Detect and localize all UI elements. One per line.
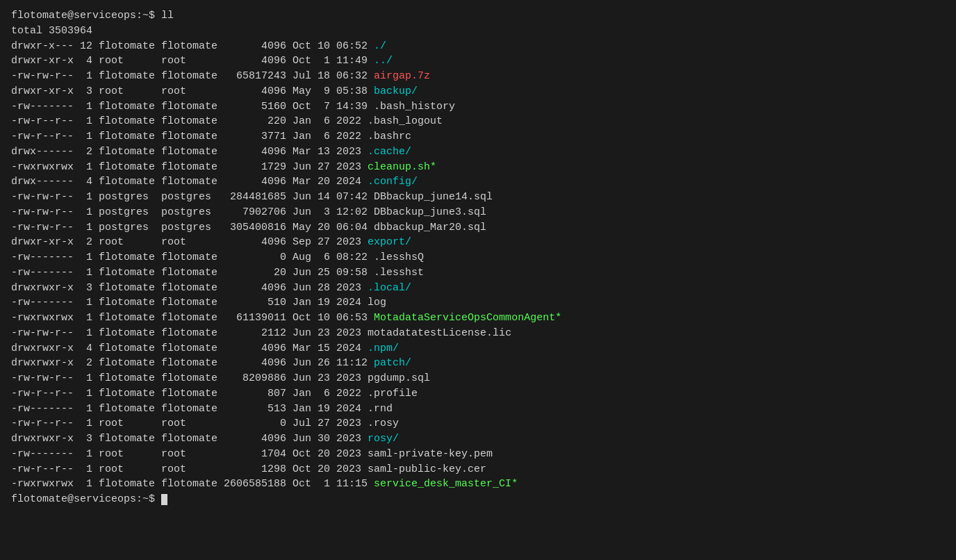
file-perm: drwxr-xr-x 2 root root 4096 Sep 27 2023	[11, 236, 368, 248]
file-perm: -rw-r--r-- 1 root root 0 Jul 27 2023	[11, 418, 368, 429]
file-entry: drwxr-xr-x 2 root root 4096 Sep 27 2023 …	[11, 235, 945, 250]
file-name: saml-public-key.cer	[368, 463, 486, 475]
file-listing: drwxr-x--- 12 flotomate flotomate 4096 O…	[11, 39, 945, 493]
file-name: .lesshst	[374, 267, 424, 279]
file-perm: -rw-r--r-- 1 flotomate flotomate 220 Jan…	[11, 115, 368, 127]
file-entry: -rw------- 1 flotomate flotomate 510 Jan…	[11, 295, 945, 311]
file-perm: -rw-r--r-- 1 root root 1298 Oct 20 2023	[11, 463, 368, 475]
file-entry: -rw------- 1 flotomate flotomate 0 Aug 6…	[11, 250, 945, 265]
file-name: ../	[374, 55, 393, 67]
file-name: log	[368, 297, 386, 308]
file-name: saml-private-key.pem	[368, 448, 493, 460]
file-entry: drwxrwxr-x 4 flotomate flotomate 4096 Ma…	[11, 341, 945, 356]
file-entry: -rw-r--r-- 1 flotomate flotomate 220 Jan…	[11, 114, 945, 129]
file-name: pgdump.sql	[368, 372, 430, 384]
file-perm: drwxr-xr-x 4 root root 4096 Oct 1 11:49	[11, 55, 374, 67]
file-entry: -rw------- 1 root root 1704 Oct 20 2023 …	[11, 447, 945, 462]
file-entry: -rwxrwxrwx 1 flotomate flotomate 2606585…	[11, 477, 945, 492]
file-name: .rnd	[368, 403, 393, 415]
file-entry: -rw-r--r-- 1 flotomate flotomate 807 Jan…	[11, 386, 945, 402]
total-line: total 3503964	[11, 24, 945, 39]
file-perm: -rw------- 1 root root 1704 Oct 20 2023	[11, 448, 368, 460]
file-perm: -rw-rw-r-- 1 postgres postgres 305400816…	[11, 222, 374, 233]
file-perm: drwxrwxr-x 3 flotomate flotomate 4096 Ju…	[11, 282, 368, 294]
file-name: export/	[368, 236, 411, 248]
file-name: .bashrc	[368, 131, 411, 142]
file-perm: -rw-r--r-- 1 flotomate flotomate 807 Jan…	[11, 388, 368, 400]
file-perm: drwxrwxr-x 4 flotomate flotomate 4096 Ma…	[11, 343, 368, 354]
file-perm: -rwxrwxrwx 1 flotomate flotomate 6113901…	[11, 312, 374, 324]
file-entry: -rw-rw-r-- 1 postgres postgres 284481685…	[11, 190, 945, 205]
file-perm: -rw------- 1 flotomate flotomate 513 Jan…	[11, 403, 368, 415]
file-name: backup/	[374, 85, 418, 97]
prompt-line-2: flotomate@serviceops:~$	[11, 492, 945, 507]
file-perm: -rw-rw-r-- 1 flotomate flotomate 2112 Ju…	[11, 327, 368, 339]
file-name: cleanup.sh*	[368, 161, 436, 173]
file-perm: drwxr-x--- 12 flotomate flotomate 4096 O…	[11, 40, 374, 52]
file-name: .rosy	[368, 418, 399, 429]
file-perm: drwxrwxr-x 3 flotomate flotomate 4096 Ju…	[11, 433, 368, 445]
file-name: .local/	[368, 282, 411, 294]
file-entry: drwxrwxr-x 3 flotomate flotomate 4096 Ju…	[11, 431, 945, 447]
file-entry: -rw-r--r-- 1 root root 1298 Oct 20 2023 …	[11, 462, 945, 477]
file-name: .lesshsQ	[374, 252, 424, 263]
file-entry: drwxr-xr-x 3 root root 4096 May 9 05:38 …	[11, 84, 945, 99]
prompt-line: flotomate@serviceops:~$ ll	[11, 8, 945, 24]
file-perm: drwx------ 2 flotomate flotomate 4096 Ma…	[11, 146, 368, 158]
cursor	[161, 494, 167, 505]
file-name: .bash_history	[374, 101, 455, 113]
file-name: airgap.7z	[374, 70, 430, 82]
file-entry: -rw-r--r-- 1 root root 0 Jul 27 2023 .ro…	[11, 416, 945, 431]
file-name: DBbackup_june14.sql	[374, 191, 493, 203]
file-name: .bash_logout	[368, 115, 443, 127]
file-entry: drwx------ 2 flotomate flotomate 4096 Ma…	[11, 145, 945, 160]
file-name: ./	[374, 40, 386, 52]
file-perm: -rw-r--r-- 1 flotomate flotomate 3771 Ja…	[11, 131, 368, 142]
file-perm: -rw------- 1 flotomate flotomate 20 Jun …	[11, 267, 374, 279]
file-perm: -rw-rw-r-- 1 postgres postgres 284481685…	[11, 191, 374, 203]
file-perm: -rw-rw-r-- 1 flotomate flotomate 6581724…	[11, 70, 374, 82]
file-perm: drwx------ 4 flotomate flotomate 4096 Ma…	[11, 176, 368, 188]
file-entry: drwxrwxr-x 3 flotomate flotomate 4096 Ju…	[11, 281, 945, 296]
file-entry: -rw------- 1 flotomate flotomate 20 Jun …	[11, 265, 945, 281]
file-entry: -rw------- 1 flotomate flotomate 513 Jan…	[11, 402, 945, 417]
file-entry: -rw------- 1 flotomate flotomate 5160 Oc…	[11, 99, 945, 115]
file-entry: -rw-rw-r-- 1 postgres postgres 305400816…	[11, 220, 945, 236]
file-entry: -rw-rw-r-- 1 flotomate flotomate 2112 Ju…	[11, 326, 945, 341]
file-name: service_desk_master_CI*	[374, 478, 518, 490]
file-entry: -rw-rw-r-- 1 flotomate flotomate 6581724…	[11, 69, 945, 84]
file-name: .cache/	[368, 146, 411, 158]
file-entry: -rw-rw-r-- 1 flotomate flotomate 8209886…	[11, 371, 945, 386]
file-perm: -rw------- 1 flotomate flotomate 5160 Oc…	[11, 101, 374, 113]
file-perm: -rw------- 1 flotomate flotomate 0 Aug 6…	[11, 252, 374, 263]
file-perm: -rw-rw-r-- 1 postgres postgres 7902706 J…	[11, 206, 374, 218]
file-entry: drwx------ 4 flotomate flotomate 4096 Ma…	[11, 174, 945, 190]
total-text: total 3503964	[11, 25, 92, 37]
file-name: MotadataServiceOpsCommonAgent*	[374, 312, 561, 324]
file-perm: -rw------- 1 flotomate flotomate 510 Jan…	[11, 297, 368, 308]
file-name: patch/	[374, 357, 411, 369]
file-entry: drwxr-xr-x 4 root root 4096 Oct 1 11:49 …	[11, 53, 945, 69]
file-entry: -rw-r--r-- 1 flotomate flotomate 3771 Ja…	[11, 129, 945, 145]
file-perm: -rwxrwxrwx 1 flotomate flotomate 2606585…	[11, 478, 374, 490]
file-perm: -rw-rw-r-- 1 flotomate flotomate 8209886…	[11, 372, 368, 384]
file-name: rosy/	[368, 433, 399, 445]
file-entry: -rwxrwxrwx 1 flotomate flotomate 1729 Ju…	[11, 160, 945, 175]
file-entry: drwxrwxr-x 2 flotomate flotomate 4096 Ju…	[11, 356, 945, 371]
file-entry: -rw-rw-r-- 1 postgres postgres 7902706 J…	[11, 205, 945, 220]
file-perm: -rwxrwxrwx 1 flotomate flotomate 1729 Ju…	[11, 161, 368, 173]
file-entry: -rwxrwxrwx 1 flotomate flotomate 6113901…	[11, 311, 945, 326]
prompt-2: flotomate@serviceops:~$	[11, 493, 167, 505]
file-perm: drwxrwxr-x 2 flotomate flotomate 4096 Ju…	[11, 357, 374, 369]
file-name: DBbackup_june3.sql	[374, 206, 486, 218]
file-name: .config/	[368, 176, 418, 188]
file-name: dbbackup_Mar20.sql	[374, 222, 486, 233]
file-name: .npm/	[368, 343, 399, 354]
terminal: flotomate@serviceops:~$ ll total 3503964…	[11, 8, 945, 507]
file-entry: drwxr-x--- 12 flotomate flotomate 4096 O…	[11, 39, 945, 54]
file-name: motadatatestLicense.lic	[368, 327, 511, 339]
file-name: .profile	[368, 388, 418, 400]
prompt: flotomate@serviceops:~$ ll	[11, 10, 174, 22]
file-perm: drwxr-xr-x 3 root root 4096 May 9 05:38	[11, 85, 374, 97]
